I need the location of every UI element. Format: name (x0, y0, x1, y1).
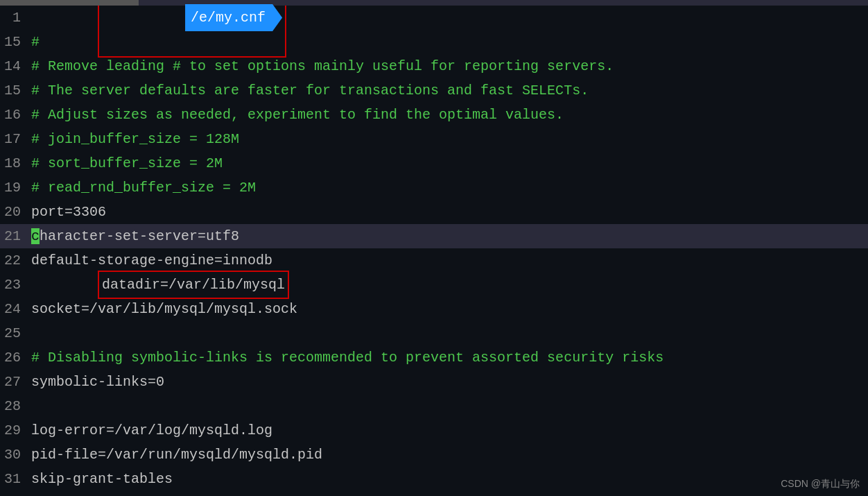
code-line-14: 14 # Remove leading # to set options mai… (0, 54, 868, 78)
code-line-23: 23 datadir=/var/lib/mysql (0, 273, 868, 297)
line-content-24: socket=/var/lib/mysql/mysql.sock (31, 297, 297, 321)
line-number-19: 19 (0, 176, 31, 200)
line-content-31: skip-grant-tables (31, 467, 173, 491)
code-line-25: 25 (0, 321, 868, 345)
line-content-15: # The server defaults are faster for tra… (31, 78, 589, 103)
line-23-border-box: datadir=/var/lib/mysql (98, 271, 289, 299)
line-content-21: character-set-server=utf8 (31, 224, 239, 248)
editor-container: 1 /e/my.cnf 15 # 14 # Remove leading # t… (0, 0, 868, 496)
line-number-28: 28 (0, 394, 31, 418)
line-content-14: # Remove leading # to set options mainly… (31, 54, 614, 78)
line-number-29: 29 (0, 418, 31, 443)
line-content-16: # Adjust sizes as needed, experiment to … (31, 103, 564, 127)
code-line-19: 19 # read_rnd_buffer_size = 2M (0, 176, 868, 200)
line-1-tab-highlight: /e/my.cnf (185, 4, 282, 31)
line-number-17: 17 (0, 127, 31, 151)
line-content-18: # sort_buffer_size = 2M (31, 151, 223, 176)
line-number-27: 27 (0, 370, 31, 394)
line-content-30: pid-file=/var/run/mysqld/mysqld.pid (31, 443, 322, 467)
code-line-15: 15 # The server defaults are faster for … (0, 78, 868, 103)
line-number-15: 15 (0, 78, 31, 103)
line-content-26: # Disabling symbolic-links is recommende… (31, 345, 663, 370)
code-line-21: 21 character-set-server=utf8 (0, 224, 868, 248)
code-line-29: 29 log-error=/var/log/mysqld.log (0, 418, 868, 443)
code-line-20: 20 port=3306 (0, 200, 868, 224)
line-content-27: symbolic-links=0 (31, 370, 164, 394)
code-line-30: 30 pid-file=/var/run/mysqld/mysqld.pid (0, 443, 868, 467)
line-number-25: 25 (0, 321, 31, 345)
scrollbar-thumb[interactable] (0, 0, 139, 6)
watermark: CSDN @青山与你 (781, 478, 860, 490)
line-number-20: 20 (0, 200, 31, 224)
code-line-31: 31 skip-grant-tables (0, 467, 868, 491)
line-number-21: 21 (0, 224, 31, 248)
line-content-25 (31, 321, 40, 345)
line-number-26: 26 (0, 345, 31, 370)
code-line-27: 27 symbolic-links=0 (0, 370, 868, 394)
line-number-22: 22 (0, 248, 31, 273)
code-line-17: 17 # join_buffer_size = 128M (0, 127, 868, 151)
line-content-28 (31, 394, 40, 418)
line-number-15a: 15 (0, 30, 31, 54)
code-line-24: 24 socket=/var/lib/mysql/mysql.sock (0, 297, 868, 321)
line-number-18: 18 (0, 151, 31, 176)
line-number-1: 1 (0, 6, 31, 30)
code-line-28: 28 (0, 394, 868, 418)
line-content-29: log-error=/var/log/mysqld.log (31, 418, 272, 443)
cursor: c (31, 228, 40, 244)
code-line-18: 18 # sort_buffer_size = 2M (0, 151, 868, 176)
line-number-31: 31 (0, 467, 31, 491)
line-content-15a: # (31, 30, 40, 54)
code-line-1: 1 /e/my.cnf (0, 6, 868, 30)
line-number-14: 14 (0, 54, 31, 78)
code-line-15a: 15 # (0, 30, 868, 54)
line-number-30: 30 (0, 443, 31, 467)
code-line-16: 16 # Adjust sizes as needed, experiment … (0, 103, 868, 127)
line-content-20: port=3306 (31, 200, 106, 224)
code-line-26: 26 # Disabling symbolic-links is recomme… (0, 345, 868, 370)
line-number-23: 23 (0, 273, 31, 297)
line-number-24: 24 (0, 297, 31, 321)
line-content-19: # read_rnd_buffer_size = 2M (31, 176, 256, 200)
line-number-16: 16 (0, 103, 31, 127)
code-area: 1 /e/my.cnf 15 # 14 # Remove leading # t… (0, 6, 868, 482)
top-scrollbar[interactable] (0, 0, 868, 6)
line-content-17: # join_buffer_size = 128M (31, 127, 239, 151)
